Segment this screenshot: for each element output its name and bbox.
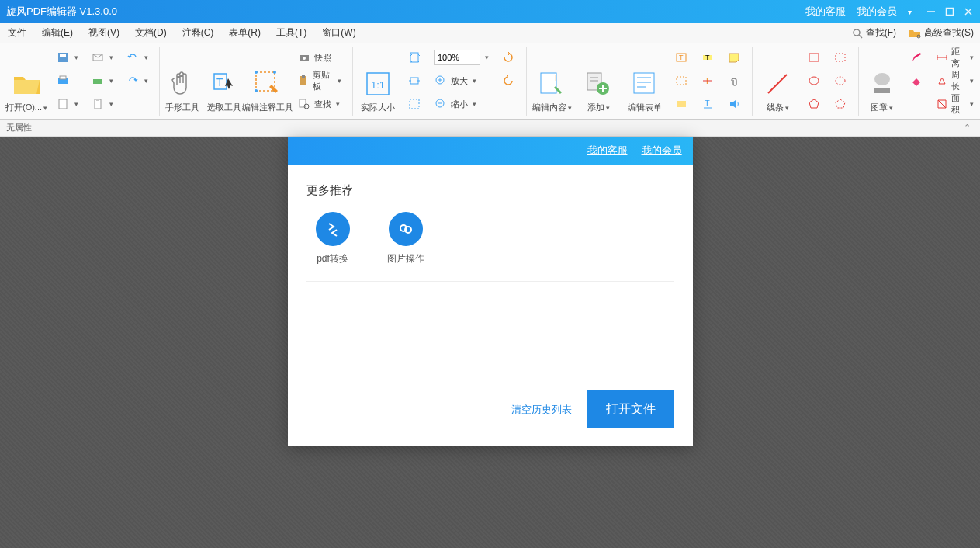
close-button[interactable] (963, 6, 974, 17)
strike-button[interactable]: T (696, 70, 719, 92)
rotate-cw-icon (501, 50, 515, 64)
svg-text:T: T (553, 73, 559, 82)
cloud-poly-icon (833, 97, 847, 111)
eraser-icon (909, 74, 923, 88)
select-tool[interactable]: T 选取工具 (205, 47, 244, 115)
pencil-button[interactable] (905, 47, 928, 68)
fit-visible-icon (407, 97, 421, 111)
zoom-out-button[interactable]: 缩小▾ (429, 93, 493, 115)
undo-icon (126, 50, 140, 64)
chevron-down-icon[interactable]: ▾ (908, 8, 912, 16)
scan-button[interactable]: ▾ (86, 70, 118, 92)
svg-rect-33 (410, 99, 419, 109)
menu-edit[interactable]: 编辑(E) (34, 23, 81, 43)
modal-member-link[interactable]: 我的会员 (642, 144, 682, 158)
find-menu[interactable]: 查找(F) (846, 26, 902, 40)
menu-window[interactable]: 窗口(W) (314, 23, 363, 43)
cloud-rect-icon (833, 50, 847, 64)
open-button[interactable]: 打开(O)...▾ (5, 47, 48, 115)
rect-button[interactable] (802, 47, 826, 68)
area-button[interactable]: 面积▾ (931, 93, 978, 115)
maximize-button[interactable] (944, 6, 955, 17)
redo-button[interactable]: ▾ (121, 70, 153, 92)
sound-button[interactable] (722, 93, 746, 115)
zoom-input[interactable] (434, 50, 480, 65)
svg-rect-15 (96, 99, 99, 101)
highlight-button[interactable]: T (696, 47, 719, 68)
stamp-button[interactable]: 图章▾ (862, 47, 902, 115)
menu-tools[interactable]: 工具(T) (268, 23, 314, 43)
fit-page-button[interactable] (403, 47, 426, 68)
zoom-in-button[interactable]: 放大▾ (429, 70, 493, 92)
new-doc-button[interactable]: ▾ (51, 93, 83, 115)
textbox-icon: T (674, 50, 688, 64)
edit-content-button[interactable]: T 编辑内容▾ (530, 47, 573, 115)
image-ops-icon (389, 212, 423, 246)
cloud-rect-button[interactable] (829, 47, 852, 68)
clipboard-doc-button[interactable]: ▾ (86, 93, 118, 115)
cloud-circle-button[interactable] (829, 70, 852, 92)
save-button[interactable]: ▾ (51, 47, 83, 68)
menu-form[interactable]: 表单(R) (221, 23, 268, 43)
minimize-button[interactable] (926, 6, 937, 17)
menu-file[interactable]: 文件 (0, 23, 34, 43)
cloud-poly-button[interactable] (829, 93, 852, 115)
actual-size-button[interactable]: 1:1 实际大小 (356, 47, 400, 115)
add-button[interactable]: 添加▾ (577, 47, 620, 115)
snapshot-button[interactable]: 快照 (293, 47, 346, 68)
lines-button[interactable]: 线条▾ (756, 47, 799, 115)
edit-form-button[interactable]: 编辑表单 (623, 47, 667, 115)
svg-rect-64 (836, 54, 845, 61)
open-file-button[interactable]: 打开文件 (587, 390, 674, 428)
svg-text:T: T (216, 76, 223, 88)
rec-image-ops[interactable]: 图片操作 (387, 212, 424, 265)
circle-button[interactable] (802, 70, 826, 92)
clear-history-link[interactable]: 清空历史列表 (511, 403, 572, 417)
fit-width-icon (407, 74, 421, 88)
circle-icon (807, 74, 821, 88)
member-link[interactable]: 我的会员 (857, 5, 897, 19)
polygon-button[interactable] (802, 93, 826, 115)
hand-tool[interactable]: 手形工具 (163, 47, 202, 115)
clipboard-button[interactable]: 剪贴板▾ (293, 70, 346, 92)
print-icon (56, 74, 70, 88)
attach-button[interactable] (722, 70, 746, 92)
note-button[interactable] (722, 47, 746, 68)
rec-pdf-convert[interactable]: pdf转换 (316, 212, 350, 265)
prop-collapse-icon[interactable]: ⌃ (961, 123, 974, 133)
svg-point-21 (255, 89, 258, 92)
rotate-ccw-button[interactable] (497, 70, 520, 92)
svg-rect-54 (677, 101, 686, 107)
rotate-cw-button[interactable] (497, 47, 520, 68)
adv-find-menu[interactable]: 高级查找(S) (902, 26, 980, 40)
textbox-button[interactable]: T (670, 47, 693, 68)
textbox2-button[interactable] (670, 70, 693, 92)
fit-width-button[interactable] (403, 70, 426, 92)
svg-rect-26 (302, 75, 305, 78)
mail-button[interactable]: ▾ (86, 47, 118, 68)
perimeter-icon (936, 74, 948, 88)
paperclip-icon (727, 74, 741, 88)
svg-rect-53 (677, 77, 686, 85)
svg-line-5 (859, 35, 862, 38)
svg-rect-32 (410, 78, 418, 84)
modal-service-link[interactable]: 我的客服 (587, 144, 628, 158)
zoom-field[interactable]: ▾ (429, 47, 493, 68)
distance-button[interactable]: 距离▾ (931, 47, 978, 68)
link-button[interactable] (670, 93, 693, 115)
menu-view[interactable]: 视图(V) (81, 23, 127, 43)
link-icon (674, 97, 688, 111)
textbox2-icon (674, 74, 688, 88)
service-link[interactable]: 我的客服 (805, 5, 846, 19)
undo-button[interactable]: ▾ (121, 47, 153, 68)
perimeter-button[interactable]: 周长▾ (931, 70, 978, 92)
menu-comment[interactable]: 注释(C) (175, 23, 222, 43)
find-button[interactable]: 查找▾ (293, 93, 346, 115)
zoom-out-icon (434, 97, 448, 111)
menu-document[interactable]: 文档(D) (127, 23, 175, 43)
eraser-button[interactable] (905, 70, 928, 92)
print-button[interactable] (51, 70, 83, 92)
fit-visible-button[interactable] (403, 93, 426, 115)
annotate-tool[interactable]: 编辑注释工具 (246, 47, 289, 115)
underline-button[interactable]: T (696, 93, 719, 115)
